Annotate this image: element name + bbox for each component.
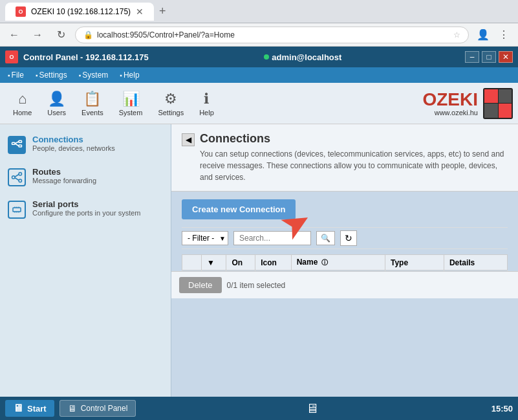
svg-rect-10 — [13, 208, 21, 212]
serial-ports-icon — [8, 201, 26, 219]
start-icon: 🖥 — [13, 403, 23, 414]
content-body: ➤ Create new Connection - Filter - Admin… — [171, 192, 518, 298]
address-text: localhost:9505/Control+Panel/?a=Home — [97, 30, 449, 39]
maximize-button[interactable]: □ — [482, 51, 496, 63]
sidebar: Connections People, devices, networks — [0, 124, 171, 397]
toolbar-users-button[interactable]: 👤 Users — [39, 88, 74, 119]
address-bar[interactable]: 🔒 localhost:9505/Control+Panel/?a=Home ☆ — [75, 27, 469, 43]
app-titlebar: O Control Panel - 192.168.112.175 admin@… — [0, 47, 518, 67]
profile-button[interactable]: 👤 — [474, 26, 492, 44]
sidebar-item-serial-ports[interactable]: Serial ports Configure the ports in your… — [3, 194, 168, 224]
col-details: Details — [444, 255, 507, 271]
svg-line-3 — [15, 142, 19, 144]
browser-icons: 👤 ⋮ — [474, 26, 513, 44]
browser-controls: ← → ↻ 🔒 localhost:9505/Control+Panel/?a=… — [0, 23, 518, 47]
svg-line-8 — [15, 175, 19, 177]
settings-label: Settings — [158, 109, 184, 116]
toolbar-home-button[interactable]: ⌂ Home — [5, 88, 39, 119]
menu-help[interactable]: Help — [114, 69, 144, 81]
toolbar-system-button[interactable]: 📊 System — [111, 88, 151, 119]
svg-point-5 — [12, 176, 16, 179]
filter-select[interactable]: - Filter - Admin SMS Email — [182, 231, 228, 245]
ozeki-url: www.ozeki.hu — [422, 109, 478, 116]
toolbar-events-button[interactable]: 📋 Events — [74, 88, 111, 119]
taskbar-clock: 15:50 — [491, 404, 513, 414]
main-layout: Connections People, devices, networks — [0, 124, 518, 397]
refresh-button[interactable]: ↻ — [340, 230, 357, 246]
content-header: ◀ Connections You can setup connections … — [171, 124, 518, 192]
delete-button[interactable]: Delete — [179, 277, 222, 293]
menu-bar: File Settings System Help — [0, 67, 518, 83]
users-label: Users — [47, 109, 66, 116]
users-icon: 👤 — [48, 91, 65, 107]
svg-line-9 — [15, 178, 19, 181]
content-panel: ◀ Connections You can setup connections … — [171, 124, 518, 397]
minimize-button[interactable]: – — [465, 51, 479, 63]
ozeki-logo: OZEKI www.ozeki.hu — [422, 83, 513, 124]
col-on[interactable]: On — [226, 255, 255, 271]
menu-system[interactable]: System — [74, 69, 114, 81]
new-tab-button[interactable]: + — [159, 5, 166, 18]
col-name[interactable]: Name ⓘ — [291, 255, 385, 271]
search-input[interactable] — [233, 231, 311, 245]
settings-icon: ⚙ — [164, 91, 177, 107]
routes-title: Routes — [32, 167, 96, 177]
user-label: admin@localhost — [272, 52, 341, 62]
start-button[interactable]: 🖥 Start — [5, 400, 54, 417]
filter-bar: - Filter - Admin SMS Email ▼ 🔍 ↻ — [182, 227, 508, 249]
home-label: Home — [13, 109, 32, 116]
serial-ports-subtitle: Configure the ports in your system — [32, 209, 141, 217]
toolbar-help-button[interactable]: ℹ Help — [191, 88, 222, 119]
tab-close-button[interactable]: ✕ — [136, 6, 144, 17]
svg-point-7 — [19, 179, 22, 182]
help-icon: ℹ — [204, 91, 209, 107]
events-label: Events — [81, 109, 103, 116]
tab-favicon: O — [16, 6, 26, 17]
reload-button[interactable]: ↻ — [52, 26, 70, 44]
collapse-sidebar-button[interactable]: ◀ — [182, 133, 195, 146]
sidebar-item-routes[interactable]: Routes Message forwarding — [3, 162, 168, 192]
svg-point-6 — [19, 173, 22, 176]
menu-button[interactable]: ⋮ — [495, 26, 513, 44]
menu-file[interactable]: File — [3, 69, 29, 81]
routes-icon — [8, 168, 26, 186]
back-button[interactable]: ← — [5, 26, 23, 44]
star-icon: ☆ — [453, 30, 460, 39]
serial-ports-text: Serial ports Configure the ports in your… — [32, 199, 141, 217]
ozeki-grid-logo — [483, 88, 513, 119]
titlebar-controls: – □ ✕ — [465, 51, 513, 63]
taskbar-app-button[interactable]: 🖥 Control Panel — [59, 400, 136, 417]
tab-title: OZEKI 10 (192.168.112.175) — [31, 7, 131, 16]
svg-rect-1 — [19, 140, 22, 142]
forward-button[interactable]: → — [28, 26, 47, 44]
col-type: Type — [385, 255, 444, 271]
bottom-action-bar: Delete 0/1 item selected — [171, 271, 518, 298]
close-button[interactable]: ✕ — [499, 51, 513, 63]
create-connection-button[interactable]: Create new Connection — [182, 199, 296, 219]
col-sort[interactable]: ▼ — [202, 255, 226, 271]
menu-settings[interactable]: Settings — [30, 69, 72, 81]
content-header-text: Connections You can setup connections (d… — [200, 132, 508, 183]
browser-tab[interactable]: O OZEKI 10 (192.168.112.175) ✕ — [5, 3, 154, 21]
taskbar-app-label: Control Panel — [81, 404, 128, 413]
search-button[interactable]: 🔍 — [316, 231, 335, 245]
routes-text: Routes Message forwarding — [32, 167, 96, 184]
taskbar: 🖥 Start 🖥 Control Panel 🖥 15:50 — [0, 397, 518, 420]
system-icon: 📊 — [122, 91, 140, 107]
svg-rect-2 — [19, 145, 22, 147]
toolbar-settings-button[interactable]: ⚙ Settings — [150, 88, 191, 119]
events-icon: 📋 — [83, 91, 101, 107]
browser-titlebar: O OZEKI 10 (192.168.112.175) ✕ + — [0, 0, 518, 23]
start-label: Start — [27, 404, 47, 414]
col-icon: Icon — [255, 255, 291, 271]
lock-icon: 🔒 — [83, 30, 93, 39]
serial-ports-title: Serial ports — [32, 199, 141, 209]
help-label: Help — [199, 109, 214, 116]
sidebar-item-connections[interactable]: Connections People, devices, networks — [3, 129, 168, 159]
connections-title: Connections — [32, 135, 115, 144]
connections-subtitle: People, devices, networks — [32, 144, 115, 152]
status-indicator — [264, 54, 269, 60]
content-description: You can setup connections (devices, tele… — [200, 148, 508, 183]
toolbar: ⌂ Home 👤 Users 📋 Events 📊 System ⚙ Setti… — [0, 83, 518, 124]
app-title: Control Panel - 192.168.112.175 — [23, 52, 149, 62]
